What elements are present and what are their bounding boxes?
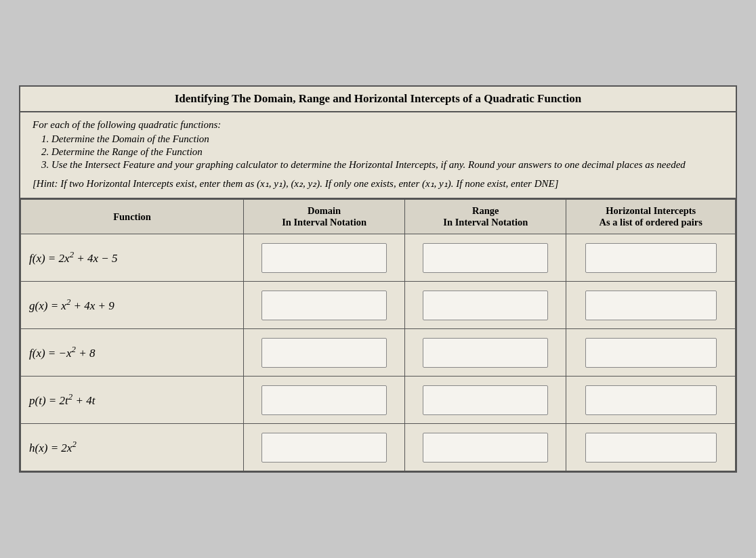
intercepts-input-5[interactable] xyxy=(585,433,717,463)
intercepts-cell-5 xyxy=(566,424,736,471)
steps-list: Determine the Domain of the Function Det… xyxy=(51,133,723,171)
domain-cell-3 xyxy=(243,329,404,377)
range-input-1[interactable] xyxy=(423,243,548,273)
intercepts-input-2[interactable] xyxy=(585,291,717,320)
table-row: h(x) = 2x2 xyxy=(21,424,736,471)
intercepts-input-1[interactable] xyxy=(585,243,717,273)
header-domain: DomainIn Interval Notation xyxy=(243,200,404,234)
main-table: Function DomainIn Interval Notation Rang… xyxy=(20,199,736,471)
range-cell-2 xyxy=(405,282,566,329)
header-intercepts: Horizontal InterceptsAs a list of ordere… xyxy=(566,200,736,234)
function-cell-2: g(x) = x2 + 4x + 9 xyxy=(21,282,244,329)
hint-text: [Hint: If two Horizontal Intercepts exis… xyxy=(33,177,723,190)
domain-cell-2 xyxy=(243,282,404,329)
function-label-5: h(x) = 2x2 xyxy=(29,442,77,454)
intro-text: For each of the following quadratic func… xyxy=(33,119,723,131)
step-1: Determine the Domain of the Function xyxy=(51,133,723,145)
domain-input-1[interactable] xyxy=(261,243,387,273)
range-cell-4 xyxy=(405,377,566,424)
range-cell-1 xyxy=(405,234,566,282)
instructions-section: For each of the following quadratic func… xyxy=(20,112,736,199)
function-cell-5: h(x) = 2x2 xyxy=(21,424,244,471)
table-row: f(x) = −x2 + 8 xyxy=(21,329,736,377)
header-function: Function xyxy=(21,200,244,234)
worksheet: Identifying The Domain, Range and Horizo… xyxy=(19,85,737,473)
function-label-2: g(x) = x2 + 4x + 9 xyxy=(29,299,114,312)
function-cell-4: p(t) = 2t2 + 4t xyxy=(21,377,244,424)
function-label-3: f(x) = −x2 + 8 xyxy=(29,347,95,360)
domain-cell-4 xyxy=(243,377,404,424)
step-3: Use the Intersect Feature and your graph… xyxy=(51,159,723,171)
range-cell-5 xyxy=(405,424,566,471)
domain-cell-1 xyxy=(243,234,404,282)
range-input-4[interactable] xyxy=(423,385,548,415)
header-range: RangeIn Interval Notation xyxy=(405,200,566,234)
function-cell-3: f(x) = −x2 + 8 xyxy=(21,329,244,377)
intercepts-input-4[interactable] xyxy=(585,385,717,415)
domain-cell-5 xyxy=(243,424,404,471)
domain-input-5[interactable] xyxy=(261,433,387,463)
table-row: g(x) = x2 + 4x + 9 xyxy=(21,282,736,329)
table-row: p(t) = 2t2 + 4t xyxy=(21,377,736,424)
step-2: Determine the Range of the Function xyxy=(51,146,723,158)
worksheet-title: Identifying The Domain, Range and Horizo… xyxy=(20,87,736,112)
intercepts-input-3[interactable] xyxy=(585,338,717,368)
intercepts-cell-1 xyxy=(566,234,736,282)
range-input-5[interactable] xyxy=(423,433,548,463)
range-cell-3 xyxy=(405,329,566,377)
domain-input-4[interactable] xyxy=(261,385,387,415)
table-header-row: Function DomainIn Interval Notation Rang… xyxy=(21,200,736,234)
table-row: f(x) = 2x2 + 4x − 5 xyxy=(21,234,736,282)
function-cell-1: f(x) = 2x2 + 4x − 5 xyxy=(21,234,244,282)
intercepts-cell-4 xyxy=(566,377,736,424)
range-input-2[interactable] xyxy=(423,291,548,320)
function-label-1: f(x) = 2x2 + 4x − 5 xyxy=(29,252,118,265)
intercepts-cell-2 xyxy=(566,282,736,329)
domain-input-3[interactable] xyxy=(261,338,387,368)
domain-input-2[interactable] xyxy=(261,291,387,320)
function-label-4: p(t) = 2t2 + 4t xyxy=(29,394,95,407)
intercepts-cell-3 xyxy=(566,329,736,377)
range-input-3[interactable] xyxy=(423,338,548,368)
